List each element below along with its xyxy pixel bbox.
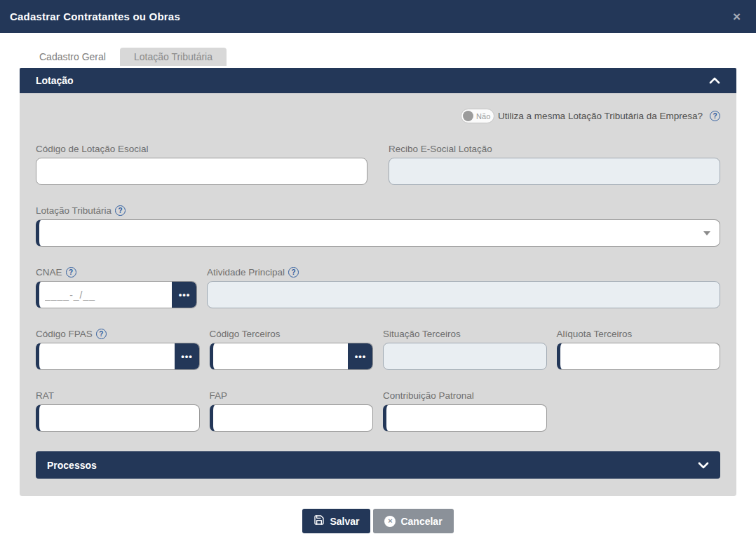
save-button[interactable]: Salvar xyxy=(302,509,370,533)
form-row-3: CNAE ? ••• Atividade Principal ? xyxy=(36,267,720,308)
lotacao-tributaria-label: Lotação Tributária ? xyxy=(36,205,720,216)
codigo-terceiros-lookup-button[interactable]: ••• xyxy=(348,343,373,370)
lotacao-tributaria-select[interactable] xyxy=(36,219,720,247)
form-row-5: RAT FAP Contribuição Patronal xyxy=(36,390,720,432)
save-button-label: Salvar xyxy=(330,516,359,527)
toggle-state-label: Não xyxy=(476,112,490,121)
form-row-1: Código de Lotação Esocial Recibo E-Socia… xyxy=(36,144,720,185)
same-lotacao-toggle[interactable]: Não xyxy=(461,109,494,123)
footer: Salvar × Cancelar xyxy=(0,509,756,533)
rat-input[interactable] xyxy=(36,404,200,432)
fap-input[interactable] xyxy=(210,404,374,432)
rat-label: RAT xyxy=(36,390,200,401)
form-row-2: Lotação Tributária ? xyxy=(36,205,720,247)
situacao-terceiros-label: Situação Terceiros xyxy=(383,329,547,339)
situacao-terceiros-input xyxy=(383,343,547,370)
codigo-terceiros-input-group: ••• xyxy=(210,343,374,370)
atividade-principal-help-icon[interactable]: ? xyxy=(288,267,299,278)
cnae-input[interactable] xyxy=(39,282,172,308)
tab-cadastro-geral[interactable]: Cadastro Geral xyxy=(25,48,120,66)
codigo-fpas-lookup-button[interactable]: ••• xyxy=(175,343,200,370)
aliquota-terceiros-input[interactable] xyxy=(557,343,721,370)
cancel-icon: × xyxy=(384,516,396,527)
modal-header: Cadastrar Contratantes ou Obras × xyxy=(0,0,756,33)
contribuicao-patronal-input[interactable] xyxy=(383,404,547,432)
recibo-esocial-lotacao-label: Recibo E-Social Lotação xyxy=(389,144,720,154)
codigo-fpas-input-group: ••• xyxy=(36,343,200,370)
codigo-terceiros-label: Código Terceiros xyxy=(210,329,374,339)
codigo-lotacao-esocial-input[interactable] xyxy=(36,158,367,185)
codigo-fpas-input[interactable] xyxy=(39,343,175,369)
codigo-lotacao-esocial-label: Código de Lotação Esocial xyxy=(36,144,367,154)
toggle-question: Utiliza a mesma Lotação Tributária da Em… xyxy=(498,111,703,121)
chevron-down-icon[interactable] xyxy=(698,462,709,469)
form-row-4: Código FPAS ? ••• Código Terceiros ••• S… xyxy=(36,329,720,370)
section-title-processos: Processos xyxy=(47,460,97,471)
lotacao-tributaria-select-input[interactable] xyxy=(36,219,720,247)
fap-label: FAP xyxy=(210,390,374,401)
lotacao-panel-body: Não Utiliza a mesma Lotação Tributária d… xyxy=(20,93,736,479)
tab-lotacao-tributaria[interactable]: Lotação Tributária xyxy=(120,48,227,66)
cancel-button[interactable]: × Cancelar xyxy=(373,509,453,533)
contribuicao-patronal-label: Contribuição Patronal xyxy=(383,390,547,401)
toggle-knob xyxy=(463,111,473,121)
cancel-button-label: Cancelar xyxy=(400,516,442,527)
section-header-lotacao[interactable]: Lotação xyxy=(20,68,736,93)
codigo-fpas-help-icon[interactable]: ? xyxy=(96,329,107,339)
close-icon[interactable]: × xyxy=(733,10,741,23)
codigo-fpas-label: Código FPAS ? xyxy=(36,329,200,339)
cnae-label: CNAE ? xyxy=(36,267,197,278)
lotacao-panel: Lotação Não Utiliza a mesma Lotação Trib… xyxy=(20,68,736,496)
recibo-esocial-lotacao-input xyxy=(389,158,720,185)
chevron-up-icon[interactable] xyxy=(709,77,720,84)
tab-bar: Cadastro Geral Lotação Tributária xyxy=(25,48,756,66)
toggle-row: Não Utiliza a mesma Lotação Tributária d… xyxy=(36,93,720,123)
toggle-help-icon[interactable]: ? xyxy=(710,111,720,121)
section-header-processos[interactable]: Processos xyxy=(36,451,720,479)
cnae-input-group: ••• xyxy=(36,281,197,308)
aliquota-terceiros-label: Alíquota Terceiros xyxy=(557,329,721,339)
cnae-lookup-button[interactable]: ••• xyxy=(172,281,197,308)
atividade-principal-input xyxy=(207,281,720,308)
save-icon xyxy=(313,514,325,528)
cnae-help-icon[interactable]: ? xyxy=(66,267,76,278)
codigo-terceiros-input[interactable] xyxy=(213,343,349,369)
atividade-principal-label: Atividade Principal ? xyxy=(207,267,720,278)
section-title-lotacao: Lotação xyxy=(36,75,74,86)
lotacao-tributaria-help-icon[interactable]: ? xyxy=(115,205,126,216)
modal-title: Cadastrar Contratantes ou Obras xyxy=(10,11,180,22)
